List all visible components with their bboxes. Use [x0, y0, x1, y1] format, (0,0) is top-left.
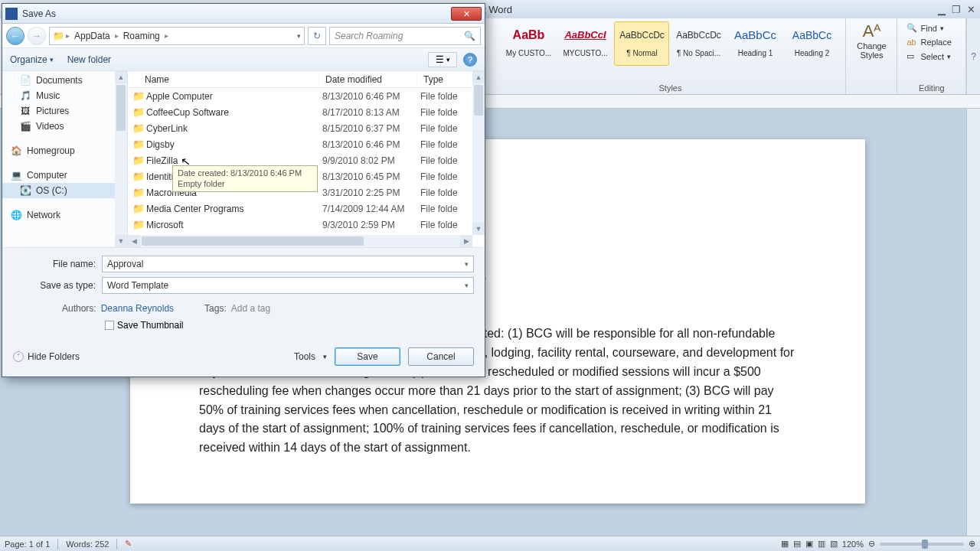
savetype-select[interactable]: Word Template▾ [102, 277, 474, 294]
forward-button[interactable]: → [28, 27, 46, 45]
help-button[interactable]: ? [463, 53, 477, 67]
style--normal[interactable]: AaBbCcDc¶ Normal [614, 21, 669, 66]
help-icon[interactable]: ? [966, 18, 980, 94]
restore-icon[interactable]: ❐ [952, 4, 961, 15]
scroll-thumb[interactable] [474, 85, 483, 116]
view-draft-icon[interactable]: ▧ [830, 539, 838, 549]
tools-button[interactable]: Tools▾ [294, 351, 327, 362]
dialog-titlebar[interactable]: Save As ✕ [2, 4, 485, 24]
scroll-up-icon[interactable]: ▲ [472, 71, 485, 83]
breadcrumb-segment[interactable]: AppData [71, 31, 113, 41]
file-row[interactable]: 📁Apple Computer8/13/2010 6:46 PMFile fol… [128, 88, 485, 104]
nav-item-documents[interactable]: 📄Documents [2, 73, 127, 88]
mouse-cursor-icon: ↖ [180, 154, 191, 169]
authors-value[interactable]: Deanna Reynolds [101, 303, 174, 314]
style--no-spaci-[interactable]: AaBbCcDc¶ No Spaci... [671, 21, 726, 66]
address-breadcrumb[interactable]: 📁▸ AppData▸ Roaming▸ ▾ [49, 27, 305, 45]
nav-item-os-c-[interactable]: 💽OS (C:) [2, 183, 127, 198]
dialog-fields: File name: Approval▾ Save as type: Word … [2, 247, 485, 341]
word-count[interactable]: Words: 252 [66, 540, 109, 549]
scroll-down-icon[interactable]: ▼ [115, 235, 127, 247]
navpane-scrollbar[interactable]: ▲ ▼ [115, 71, 127, 247]
save-thumbnail-label[interactable]: Save Thumbnail [117, 320, 184, 331]
hide-folders-button[interactable]: ˄ Hide Folders [13, 351, 80, 362]
cancel-button[interactable]: Cancel [408, 347, 474, 366]
refresh-button[interactable]: ↻ [308, 27, 326, 45]
folder-icon: 📁 [132, 139, 146, 150]
column-name[interactable]: Name [128, 74, 319, 85]
scroll-thumb[interactable] [116, 85, 126, 131]
authors-label: Authors: [62, 303, 96, 314]
scroll-left-icon[interactable]: ◀ [128, 235, 140, 247]
scroll-thumb[interactable] [142, 236, 364, 246]
file-row[interactable]: 📁Microsoft9/3/2010 2:59 PMFile folde [128, 217, 485, 233]
style-heading-2[interactable]: AaBbCcHeading 2 [784, 21, 839, 66]
page-indicator[interactable]: Page: 1 of 1 [5, 540, 50, 549]
search-input[interactable]: Search Roaming 🔍 [329, 27, 481, 45]
change-styles-button[interactable]: Aᴬ Change Styles [852, 21, 890, 60]
file-row[interactable]: 📁Media Center Programs7/14/2009 12:44 AM… [128, 201, 485, 217]
select-icon: ▭ [906, 51, 917, 61]
replace-icon: ab [906, 37, 917, 47]
file-row[interactable]: 📁CyberLink8/15/2010 6:37 PMFile folde [128, 120, 485, 136]
view-read-icon[interactable]: ▤ [793, 539, 801, 549]
style-mycusto-[interactable]: AaBbCcIMYCUSTO... [557, 21, 612, 66]
folder-icon: 📁 [132, 106, 146, 118]
breadcrumb-segment[interactable]: Roaming [120, 31, 163, 41]
nav-icon: 🏠 [10, 145, 22, 156]
scroll-down-icon[interactable]: ▼ [472, 223, 485, 235]
nav-item-music[interactable]: 🎵Music [2, 88, 127, 103]
nav-item-homegroup[interactable]: 🏠Homegroup [2, 143, 127, 158]
nav-item-pictures[interactable]: 🖼Pictures [2, 103, 127, 119]
save-thumbnail-checkbox[interactable] [105, 321, 114, 330]
chevron-down-icon[interactable]: ▾ [465, 282, 469, 289]
tags-input[interactable]: Add a tag [231, 303, 270, 314]
scroll-right-icon[interactable]: ▶ [460, 235, 472, 247]
filelist-vscrollbar[interactable]: ▲ ▼ [472, 71, 485, 235]
nav-item-computer[interactable]: 💻Computer [2, 168, 127, 183]
find-button[interactable]: 🔍Find ▾ [903, 21, 946, 34]
zoom-slider[interactable] [880, 543, 964, 546]
file-row[interactable]: 📁CoffeeCup Software8/17/2010 8:13 AMFile… [128, 104, 485, 120]
nav-item-network[interactable]: 🌐Network [2, 207, 127, 223]
dialog-footer: ˄ Hide Folders Tools▾ Save Cancel [2, 341, 485, 377]
minimize-icon[interactable]: ▁ [938, 4, 946, 15]
chevron-down-icon[interactable]: ▾ [465, 260, 469, 268]
vertical-scrollbar[interactable] [966, 109, 980, 536]
chevron-down-icon[interactable]: ▾ [297, 32, 301, 40]
zoom-level[interactable]: 120% [842, 540, 864, 549]
zoom-out-button[interactable]: ⊖ [868, 539, 875, 549]
view-print-icon[interactable]: ▦ [781, 539, 789, 549]
close-icon[interactable]: ✕ [967, 4, 975, 15]
nav-item-videos[interactable]: 🎬Videos [2, 119, 127, 134]
navigation-pane[interactable]: 📄Documents🎵Music🖼Pictures🎬Videos🏠Homegro… [2, 71, 128, 247]
style-heading-1[interactable]: AaBbCcHeading 1 [727, 21, 782, 66]
proofing-icon[interactable]: ✎ [125, 539, 132, 549]
folder-icon: 📁 [132, 203, 146, 214]
select-button[interactable]: ▭Select ▾ [903, 50, 954, 63]
replace-button[interactable]: abReplace [903, 36, 954, 48]
style-my-custo-[interactable]: AaBbMy CUSTO... [501, 21, 556, 66]
folder-icon: 📁 [132, 187, 146, 198]
dialog-close-button[interactable]: ✕ [451, 7, 482, 21]
new-folder-button[interactable]: New folder [67, 54, 111, 65]
view-outline-icon[interactable]: ▥ [818, 539, 825, 549]
view-web-icon[interactable]: ▣ [805, 539, 813, 549]
filename-input[interactable]: Approval▾ [102, 256, 474, 272]
file-list-header[interactable]: Name Date modified Type [128, 71, 485, 88]
save-button[interactable]: Save [335, 347, 400, 366]
zoom-in-button[interactable]: ⊕ [969, 539, 975, 549]
folder-tooltip: Date created: 8/13/2010 6:46 PM Empty fo… [172, 165, 318, 192]
filename-label: File name: [8, 259, 102, 269]
nav-icon: 📄 [19, 75, 31, 86]
scroll-up-icon[interactable]: ▲ [115, 71, 127, 83]
tags-label: Tags: [204, 303, 227, 314]
filelist-hscrollbar[interactable]: ◀ ▶ [128, 235, 472, 247]
dialog-toolbar: Organize▾ New folder ☰▾ ? [2, 48, 485, 71]
organize-button[interactable]: Organize▾ [10, 54, 54, 65]
file-row[interactable]: 📁Digsby8/13/2010 6:46 PMFile folde [128, 136, 485, 152]
styles-gallery[interactable]: AaBbMy CUSTO...AaBbCcIMYCUSTO...AaBbCcDc… [501, 21, 839, 83]
column-date[interactable]: Date modified [319, 74, 417, 85]
back-button[interactable]: ← [6, 27, 24, 45]
view-options-button[interactable]: ☰▾ [428, 52, 457, 67]
